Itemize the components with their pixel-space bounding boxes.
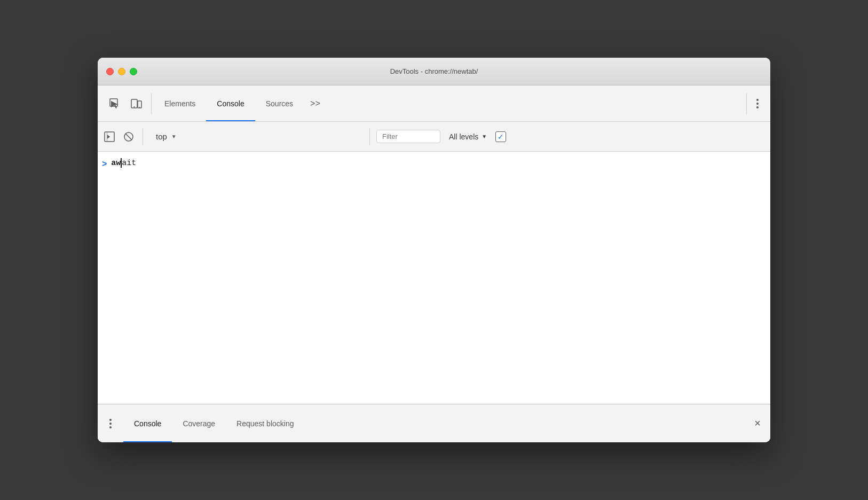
console-input-text: aw ait — [111, 158, 136, 168]
inspect-element-button[interactable] — [106, 95, 123, 112]
drawer-tab-coverage[interactable]: Coverage — [172, 404, 226, 442]
drawer-more-options-button[interactable] — [102, 415, 119, 432]
console-separator-2 — [369, 128, 370, 145]
expand-icon[interactable]: > — [102, 159, 107, 169]
bottom-drawer: Console Coverage Request blocking × — [98, 404, 770, 442]
toolbar-icon-group — [102, 95, 149, 112]
minimize-button[interactable] — [118, 68, 125, 75]
svg-rect-8 — [107, 132, 108, 142]
maximize-button[interactable] — [130, 68, 137, 75]
dot-2 — [756, 103, 759, 105]
drawer-tab-console[interactable]: Console — [123, 404, 172, 442]
dot-1 — [756, 99, 759, 101]
console-entry: > aw ait — [98, 156, 770, 175]
more-options-button[interactable] — [749, 95, 766, 112]
drawer-dot-2 — [109, 423, 112, 425]
checkmark-icon: ✓ — [498, 132, 504, 141]
svg-marker-7 — [107, 135, 110, 139]
close-button[interactable] — [106, 68, 114, 75]
svg-point-3 — [134, 106, 135, 107]
sidebar-toggle-button[interactable] — [102, 129, 117, 144]
context-label: top — [156, 132, 167, 141]
tab-sources[interactable]: Sources — [255, 85, 304, 121]
devtools-panel: Elements Console Sources >> — [98, 85, 770, 442]
close-drawer-button[interactable]: × — [749, 415, 766, 432]
console-content[interactable]: > aw ait — [98, 152, 770, 404]
title-bar: DevTools - chrome://newtab/ — [98, 58, 770, 85]
device-toolbar-button[interactable] — [128, 95, 145, 112]
drawer-tabs: Console Coverage Request blocking — [123, 404, 749, 442]
console-text-bold: aw — [111, 159, 121, 168]
checkbox-button[interactable]: ✓ — [495, 131, 506, 142]
levels-dropdown[interactable]: All levels ▼ — [445, 130, 491, 143]
devtools-window: DevTools - chrome://newtab/ — [98, 58, 770, 442]
dot-3 — [756, 106, 759, 108]
filter-input[interactable] — [376, 130, 440, 143]
drawer-dot-1 — [109, 419, 112, 421]
window-title: DevTools - chrome://newtab/ — [390, 67, 478, 75]
levels-label: All levels — [449, 132, 478, 141]
tab-elements[interactable]: Elements — [154, 85, 206, 121]
drawer-dot-3 — [109, 426, 112, 428]
toolbar-separator-2 — [746, 93, 747, 114]
console-separator-1 — [143, 128, 143, 145]
levels-arrow-icon: ▼ — [482, 134, 487, 139]
tab-console[interactable]: Console — [206, 85, 255, 121]
dropdown-arrow-icon: ▼ — [171, 134, 177, 139]
context-dropdown[interactable]: top ▼ — [149, 130, 363, 143]
top-toolbar: Elements Console Sources >> — [98, 85, 770, 122]
more-tabs-button[interactable]: >> — [304, 85, 327, 121]
clear-console-button[interactable] — [121, 129, 136, 144]
toolbar-separator-1 — [151, 93, 152, 114]
main-nav-tabs: Elements Console Sources >> — [154, 85, 744, 121]
console-text-normal: ait — [122, 159, 136, 168]
console-toolbar: top ▼ All levels ▼ ✓ — [98, 122, 770, 152]
traffic-lights — [106, 68, 137, 75]
drawer-tab-request-blocking[interactable]: Request blocking — [226, 404, 304, 442]
svg-point-4 — [139, 106, 140, 107]
svg-line-10 — [125, 134, 132, 140]
